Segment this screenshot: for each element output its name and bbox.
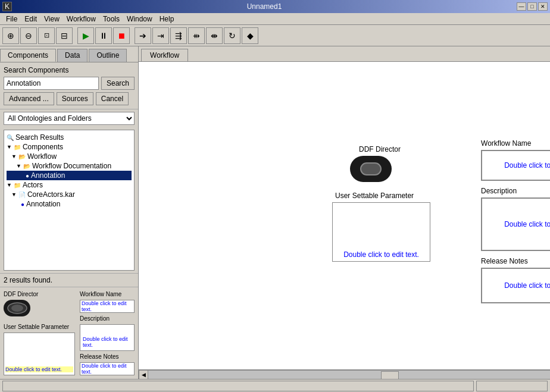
status-left: [2, 381, 474, 391]
ddf-icon-large[interactable]: [350, 156, 392, 182]
sources-button[interactable]: Sources: [57, 92, 93, 105]
step-fwd-button[interactable]: ➔: [135, 27, 151, 44]
step-to-end-button[interactable]: ⇥: [152, 27, 169, 44]
desc-box[interactable]: Double click to edit text.: [481, 197, 550, 251]
preview-name-text[interactable]: Double click to edit text.: [80, 299, 134, 313]
play-button[interactable]: ▶: [77, 27, 94, 44]
menu-view[interactable]: View: [40, 14, 63, 23]
tree-item-label: Actors: [23, 181, 43, 189]
wf-name-label: Workflow Name: [481, 139, 531, 148]
app-icon: K: [2, 2, 12, 11]
canvas-inner: DDF Director User Settable Parameter Dou…: [139, 62, 550, 369]
search-results-icon: 🔍: [7, 134, 14, 141]
title-bar: K Unnamed1 — □ ✕: [0, 0, 550, 13]
release-edit-text[interactable]: Double click to edit text.: [504, 281, 550, 290]
h-scroll-left-button[interactable]: ◀: [139, 370, 148, 380]
preview-rel-box[interactable]: Double click to edit text.: [80, 362, 135, 375]
menu-edit[interactable]: Edit: [21, 14, 40, 23]
rewind-button[interactable]: ⇻: [188, 27, 205, 44]
toolbar: ⊕ ⊖ ⊡ ⊟ ▶ ⏸ ⏹ ➔ ⇥ ⇶ ⇻ ⇼ ↻ ◆: [0, 25, 550, 46]
preview-inner: DDF Director User Settable Parameter Dou…: [4, 291, 135, 375]
desc-edit-text[interactable]: Double click to edit text.: [504, 220, 550, 228]
tree-item-workflow[interactable]: ▼ 📂 Workflow: [7, 152, 132, 161]
tree-item-annotation[interactable]: ● Annotation: [7, 199, 132, 209]
folder-open-icon: 📂: [18, 153, 26, 160]
close-button[interactable]: ✕: [538, 2, 548, 11]
arrow-down-icon: ▼: [11, 153, 17, 159]
preview-desc-text[interactable]: Double click to edit text.: [82, 335, 134, 349]
window-controls[interactable]: — □ ✕: [517, 2, 548, 11]
preview-panel: DDF Director User Settable Parameter Dou…: [0, 287, 138, 379]
tab-workflow[interactable]: Workflow: [141, 49, 188, 61]
wf-name-edit-text[interactable]: Double click to edit text.: [504, 161, 550, 170]
preview-name-box[interactable]: Double click to edit text.: [80, 300, 135, 313]
fast-fwd-button[interactable]: ⇼: [206, 27, 223, 44]
preview-desc-box[interactable]: Double click to edit text.: [80, 324, 135, 351]
h-scrollbar[interactable]: ◀ ▶: [139, 369, 550, 379]
diamond-button[interactable]: ◆: [242, 27, 258, 44]
tree-item-label: Workflow Documentation: [32, 162, 111, 170]
preview-rel-text[interactable]: Double click to edit text.: [80, 362, 134, 376]
preview-ddf-icon: [4, 300, 30, 316]
tab-data[interactable]: Data: [57, 49, 88, 62]
zoom-reset-button[interactable]: ⊟: [56, 27, 73, 44]
svg-point-1: [11, 305, 23, 312]
search-button[interactable]: Search: [101, 77, 135, 90]
preview-param-edit-text[interactable]: Double click to edit text.: [5, 366, 73, 372]
tab-components[interactable]: Components: [0, 49, 56, 62]
arrow-down-icon: ▼: [11, 192, 17, 197]
file-icon: 📄: [18, 192, 26, 198]
workflow-tab-bar: Workflow: [139, 46, 550, 62]
user-param-edit-text[interactable]: Double click to edit text.: [343, 250, 419, 259]
folder-dropdown[interactable]: All Ontologies and Folders Components Ac…: [4, 112, 135, 125]
h-scroll-track[interactable]: [148, 370, 550, 380]
canvas-wrapper: DDF Director User Settable Parameter Dou…: [139, 62, 550, 379]
advanced-button[interactable]: Advanced ...: [4, 92, 54, 105]
user-param-box[interactable]: Double click to edit text.: [332, 202, 430, 262]
folder-open-icon: 📂: [23, 163, 30, 170]
menu-window[interactable]: Window: [123, 14, 156, 23]
folder-icon: 📁: [14, 182, 21, 189]
tree-item-annotation-selected[interactable]: ● Annotation: [7, 171, 132, 180]
menu-workflow[interactable]: Workflow: [63, 14, 99, 23]
cancel-button[interactable]: Cancel: [96, 92, 129, 105]
menu-tools[interactable]: Tools: [99, 14, 123, 23]
fit-page-button[interactable]: ⊡: [38, 27, 55, 44]
canvas-scroll-area[interactable]: DDF Director User Settable Parameter Dou…: [139, 62, 550, 369]
left-panel: Components Data Outline Search Component…: [0, 46, 139, 379]
release-label: Release Notes: [481, 257, 528, 265]
results-count: 2 results found.: [4, 276, 52, 284]
release-box[interactable]: Double click to edit text.: [481, 268, 550, 303]
tree-item-components[interactable]: ▼ 📁 Components: [7, 142, 132, 152]
ddf-director-label: DDF Director: [359, 145, 401, 153]
search-input[interactable]: [4, 77, 99, 90]
loop-button[interactable]: ↻: [224, 27, 240, 44]
minimize-button[interactable]: —: [517, 2, 526, 11]
menu-help[interactable]: Help: [156, 14, 178, 23]
tree-item-actors[interactable]: ▼ 📁 Actors: [7, 180, 132, 190]
right-panel: Workflow DDF Director User Settable Para…: [139, 46, 550, 379]
tab-outline[interactable]: Outline: [89, 49, 127, 62]
step-next-button[interactable]: ⇶: [170, 27, 187, 44]
window-title: Unnamed1: [12, 2, 517, 11]
wf-name-box[interactable]: Double click to edit text.: [481, 150, 550, 181]
tree-item-workflow-doc[interactable]: ▼ 📂 Workflow Documentation: [7, 161, 132, 171]
tree-item-label: Annotation: [26, 200, 60, 208]
h-scroll-thumb[interactable]: [381, 371, 399, 380]
zoom-out-button[interactable]: ⊖: [20, 27, 37, 44]
preview-name-label: Workflow Name: [80, 291, 135, 297]
tree-area: 🔍 Search Results ▼ 📁 Components ▼ 📂 Work…: [4, 130, 135, 271]
arrow-down-icon: ▼: [7, 182, 12, 188]
tree-item-coreactors[interactable]: ▼ 📄 CoreActors.kar: [7, 190, 132, 199]
item-dot-icon: ●: [26, 173, 29, 179]
tree-item-label: Search Results: [15, 133, 64, 142]
pause-button[interactable]: ⏸: [95, 27, 112, 44]
stop-button[interactable]: ⏹: [113, 27, 130, 44]
menu-file[interactable]: File: [2, 14, 21, 23]
preview-param-box[interactable]: Double click to edit text.: [4, 333, 75, 375]
button-row: Advanced ... Sources Cancel: [4, 92, 135, 105]
zoom-in-button[interactable]: ⊕: [2, 27, 19, 44]
status-bar: [0, 379, 550, 392]
maximize-button[interactable]: □: [527, 2, 537, 11]
tree-item-search-results[interactable]: 🔍 Search Results: [7, 133, 132, 142]
